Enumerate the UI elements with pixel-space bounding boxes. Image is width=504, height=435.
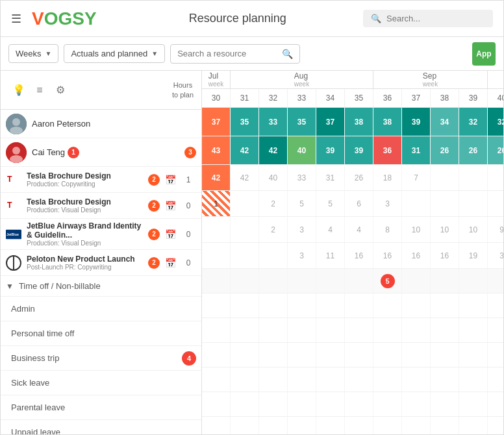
resource-search-bar[interactable]: 🔍 [170,44,300,64]
gantt-cell-sick-40 [488,367,503,392]
gantt-cell-bus-30 [202,343,231,367]
gantt-cell-pl-33: 3 [288,243,316,268]
global-search-bar[interactable]: 🔍 [363,10,493,27]
calendar-icon-peloton[interactable]: 📅 [162,255,178,271]
gantt-cell-jb-34: 4 [316,217,345,242]
jetblue-logo-img: JetBlue [6,227,21,242]
filter-lines-icon: ≡ [36,84,42,96]
tesla-logo-2: T [6,198,21,214]
calendar-icon-tesla-2[interactable]: 📅 [162,198,178,214]
project-row-tesla-2[interactable]: T Tesla Brochure Design Production: Visu… [1,193,201,219]
gantt-cell-t1-32: 40 [259,165,288,190]
timeoff-section-header[interactable]: ▼ Time off / Non-billable [1,276,201,297]
gantt-cell-t1-40 [488,165,503,190]
gantt-cell-admin-40 [488,293,503,317]
gantt-cell-cai-40: 26 [488,136,503,164]
gantt-cell-unp-35 [345,417,373,434]
hamburger-icon[interactable]: ☰ [11,12,21,26]
gantt-cell-t2-33: 5 [288,191,316,216]
gantt-cell-to-h-30 [202,269,231,293]
filter-dropdown[interactable]: Actuals and planned ▼ [64,44,165,63]
gantt-cell-par-36 [373,392,402,416]
gantt-cell-admin-34 [316,293,345,317]
week-38: 38 [431,89,459,107]
timeoff-business[interactable]: Business trip 4 [1,346,201,371]
gantt-cell-t1-34: 31 [316,165,345,190]
avatar-img-cai [6,142,27,163]
svg-text:JetBlue: JetBlue [6,232,19,236]
avatar-aaron [6,114,27,134]
gantt-cell-admin-36 [373,293,402,317]
gantt-cell-unp-36 [373,417,402,434]
gantt-cell-bus-40 [488,343,503,367]
calendar-icon-tesla-1[interactable]: 📅 [162,172,178,188]
weeks-dropdown[interactable]: Weeks ▼ [8,44,58,63]
gantt-cell-admin-32 [259,293,288,317]
bulb-icon-btn[interactable]: 💡 [8,80,29,101]
calendar-icon-jetblue[interactable]: 📅 [162,227,178,242]
gantt-cell-t2-36: 3 [373,191,402,216]
gantt-cell-sick-30 [202,367,231,392]
gantt-weeks-row: 30 31 32 33 34 35 36 37 38 39 40 41 42 [202,89,503,107]
badge-3: 3 [184,147,196,158]
person-name-aaron: Aaron Peterson [32,119,90,129]
gantt-row-unpaid [202,417,503,434]
gantt-cell-per-31 [231,318,259,342]
person-row-cai[interactable]: Cai Teng 1 3 [1,138,201,167]
timeoff-sick[interactable]: Sick leave [1,371,201,395]
gantt-body: 37 35 33 35 37 38 38 39 34 32 32 37 13 4… [202,108,503,434]
gantt-cell-par-32 [259,392,288,416]
project-info-tesla-1: Tesla Brochure Design Production: Copywr… [27,171,145,188]
resource-search-input[interactable] [177,49,282,58]
badge-5: 5 [381,274,395,288]
timeoff-parental[interactable]: Parental leave [1,395,201,420]
timeoff-admin[interactable]: Admin [1,297,201,321]
gantt-cell-jb-35: 4 [345,217,373,242]
tesla-logo-img: T [6,173,21,187]
gantt-cell-cai-34: 39 [316,136,345,164]
gantt-cell-cai-33: 40 [288,136,316,164]
timeoff-unpaid[interactable]: Unpaid leave [1,420,201,434]
global-search-input[interactable] [386,14,490,23]
person-row-aaron[interactable]: Aaron Peterson [1,110,201,138]
timeoff-personal[interactable]: Personal time off [1,321,201,346]
month-aug: Aug week [231,71,373,88]
main-content: 💡 ≡ ⚙ Hoursto plan [1,71,503,434]
gantt-cell-jb-37: 10 [402,217,431,242]
gantt-cell-pl-32 [259,243,288,268]
app-icon[interactable]: App [472,42,496,66]
top-nav: ☰ V OGSY Resource planning 🔍 [1,1,503,37]
svg-point-2 [10,127,23,134]
peloton-logo-img [6,255,21,271]
gantt-cell-unp-32 [259,417,288,434]
gantt-cell-sick-31 [231,367,259,392]
timeoff-section-title: Time off / Non-billable [19,281,101,291]
gantt-cell-par-30 [202,392,231,416]
project-row-tesla-1[interactable]: T Tesla Brochure Design Production: Copy… [1,167,201,193]
gantt-cell-per-39 [459,318,488,342]
gantt-cell-pl-40: 3 [488,243,503,268]
gantt-cell-admin-31 [231,293,259,317]
gantt-cell-to-h-32 [259,269,288,293]
week-34: 34 [316,89,345,107]
tesla-logo-1: T [6,172,21,188]
gantt-cell-aaron-38: 34 [431,108,459,136]
project-row-peloton[interactable]: Peloton New Product Launch Post-Launch P… [1,250,201,276]
gantt-cell-unp-38 [431,417,459,434]
search-icon: 🔍 [371,14,381,23]
badge-2-tesla-1: 2 [148,174,160,186]
gantt-cell-t1-33: 33 [288,165,316,190]
project-row-jetblue[interactable]: JetBlue JetBlue Airways Brand Identity &… [1,219,201,250]
search-icon: 🔍 [282,49,293,59]
gantt-cell-sick-36 [373,367,402,392]
gantt-cell-aaron-36: 38 [373,108,402,136]
filter-icon-btn[interactable]: ≡ [29,80,50,101]
gantt-cell-t2-34: 5 [316,191,345,216]
settings-icon-btn[interactable]: ⚙ [50,80,71,101]
gantt-cell-sick-38 [431,367,459,392]
gantt-cell-per-30 [202,318,231,342]
toolbar: Weeks ▼ Actuals and planned ▼ 🔍 App [1,37,503,71]
row-hours-tesla-2: 0 [181,201,196,210]
chevron-down-icon: ▼ [45,50,52,57]
badge-1: 1 [68,147,79,158]
